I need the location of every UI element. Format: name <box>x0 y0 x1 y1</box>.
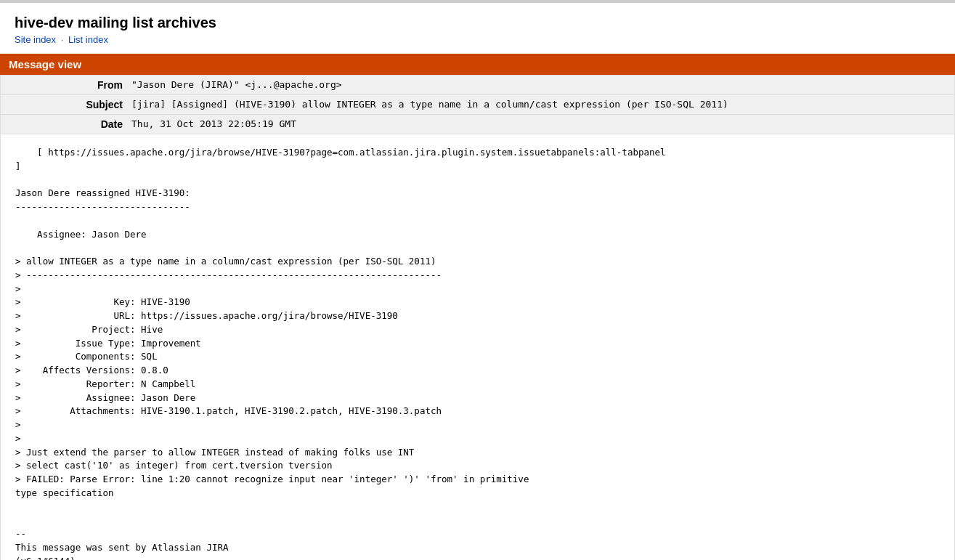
breadcrumb: Site index · List index <box>15 34 940 45</box>
list-index-link[interactable]: List index <box>68 34 108 45</box>
message-body: [ https://issues.apache.org/jira/browse/… <box>0 134 955 560</box>
from-label: From <box>1 79 131 91</box>
message-view-header: Message view <box>0 54 955 75</box>
subject-row: Subject [jira] [Assigned] (HIVE-3190) al… <box>1 95 954 115</box>
from-row: From "Jason Dere (JIRA)" <j...@apache.or… <box>1 76 954 95</box>
page-title: hive-dev mailing list archives <box>15 15 940 31</box>
subject-label: Subject <box>1 99 131 110</box>
date-label: Date <box>1 118 131 130</box>
separator: · <box>61 34 64 45</box>
message-meta: From "Jason Dere (JIRA)" <j...@apache.or… <box>0 75 955 134</box>
site-index-link[interactable]: Site index <box>15 34 56 45</box>
page-header: hive-dev mailing list archives Site inde… <box>0 3 955 48</box>
subject-value: [jira] [Assigned] (HIVE-3190) allow INTE… <box>131 99 734 110</box>
date-value: Thu, 31 Oct 2013 22:05:19 GMT <box>131 118 302 130</box>
from-value: "Jason Dere (JIRA)" <j...@apache.org> <box>131 79 348 91</box>
date-row: Date Thu, 31 Oct 2013 22:05:19 GMT <box>1 115 954 134</box>
